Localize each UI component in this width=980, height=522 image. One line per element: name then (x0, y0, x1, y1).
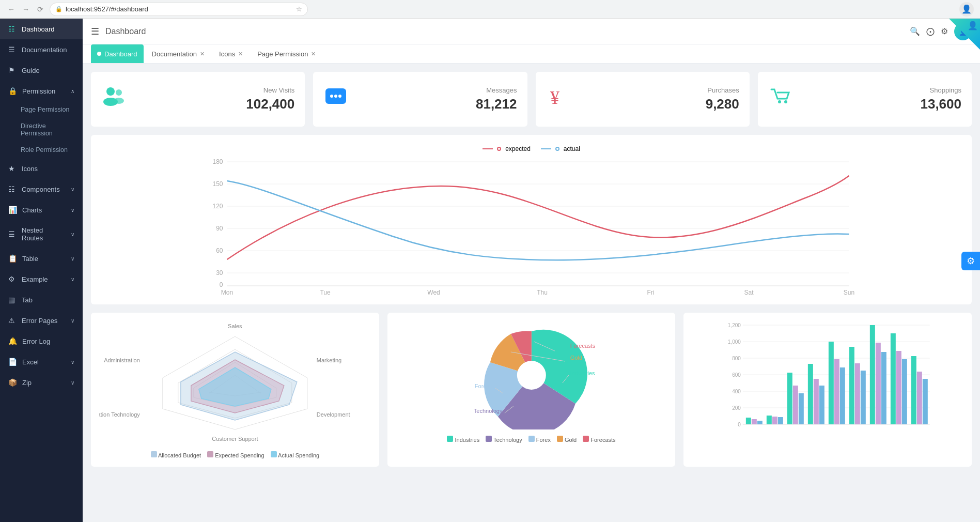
svg-point-0 (106, 87, 115, 96)
sidebar-item-dashboard[interactable]: ☷ Dashboard (0, 19, 83, 39)
sidebar-item-example[interactable]: ⚙ Example ∨ (0, 269, 83, 289)
url-bar[interactable]: 🔒 localhost:9527/#/dashboard ☆ (50, 3, 308, 16)
stat-card-shoppings: Shoppings 13,600 (758, 72, 972, 127)
components-icon: ☷ (8, 185, 17, 193)
svg-text:600: 600 (732, 372, 741, 378)
svg-rect-80 (814, 379, 819, 424)
sidebar-item-documentation[interactable]: ☰ Documentation (0, 39, 83, 60)
sidebar-item-charts[interactable]: 📊 Charts ∨ (0, 199, 83, 220)
svg-text:0: 0 (738, 422, 741, 427)
svg-text:200: 200 (732, 405, 741, 411)
stat-card-messages: Messages 81,212 (313, 72, 527, 127)
guide-icon: ⚑ (8, 66, 17, 74)
pie-legend-industries: Industries (447, 436, 479, 443)
error-log-icon: 🔔 (8, 337, 17, 345)
svg-rect-96 (923, 379, 928, 424)
new-visits-label: New Visits (134, 86, 294, 94)
lock-icon: 🔒 (55, 6, 63, 12)
back-button[interactable]: ← (6, 4, 17, 14)
components-arrow: ∨ (71, 187, 74, 192)
tab-icon: ▦ (8, 296, 17, 304)
sidebar-item-permission[interactable]: 🔒 Permission ∧ (0, 81, 83, 101)
stat-cards: New Visits 102,400 Messages (91, 72, 972, 127)
error-pages-arrow: ∨ (71, 318, 74, 324)
svg-rect-74 (772, 417, 777, 424)
sidebar-item-error-log[interactable]: 🔔 Error Log (0, 331, 83, 351)
tab-dashboard[interactable]: Dashboard (91, 44, 144, 63)
svg-rect-83 (834, 359, 839, 424)
content-area: New Visits 102,400 Messages (83, 64, 980, 522)
svg-rect-81 (819, 386, 825, 424)
svg-text:Development: Development (317, 411, 350, 418)
svg-text:180: 180 (212, 158, 223, 165)
pie-legend-forex: Forex (528, 436, 551, 443)
radar-legend-allocated: Allocated Budget (151, 451, 201, 458)
menu-icon[interactable]: ☰ (91, 26, 99, 37)
svg-rect-87 (861, 371, 866, 424)
svg-text:800: 800 (732, 356, 741, 361)
svg-text:Wed: Wed (427, 289, 440, 296)
svg-text:Customer Support: Customer Support (212, 436, 258, 442)
bar-chart-svg: 1,200 1,000 800 600 400 200 0 (692, 321, 963, 435)
svg-text:90: 90 (216, 225, 223, 232)
svg-text:Forex: Forex (475, 383, 490, 389)
svg-rect-94 (911, 356, 916, 424)
sidebar-item-error-pages[interactable]: ⚠ Error Pages ∨ (0, 310, 83, 331)
tab-close-icons[interactable]: ✕ (238, 51, 243, 57)
svg-text:Gold: Gold (570, 355, 582, 361)
tab-documentation[interactable]: Documentation ✕ (146, 44, 211, 63)
refresh-button[interactable]: ⟳ (35, 4, 45, 14)
tab-page-permission[interactable]: Page Permission ✕ (251, 44, 322, 63)
forward-button[interactable]: → (21, 4, 31, 14)
sidebar-item-page-permission[interactable]: Page Permission (0, 101, 83, 118)
documentation-icon: ☰ (8, 45, 17, 54)
sidebar-item-tab[interactable]: ▦ Tab (0, 289, 83, 310)
sidebar-label-error-pages: Error Pages (22, 317, 57, 325)
svg-point-6 (334, 95, 337, 98)
tab-close-page-permission[interactable]: ✕ (311, 51, 316, 57)
shoppings-label: Shoppings (801, 86, 961, 94)
corner-icon: 👤 (968, 21, 978, 30)
permission-icon: 🔒 (8, 87, 17, 95)
sidebar-item-table[interactable]: 📋 Table ∨ (0, 248, 83, 269)
sidebar-item-role-permission[interactable]: Role Permission (0, 142, 83, 158)
svg-rect-71 (752, 419, 757, 424)
messages-icon (323, 84, 348, 114)
browser-user-icon[interactable]: 👤 (959, 2, 974, 17)
search-icon[interactable]: 🔍 (910, 26, 920, 36)
radar-legend-actual: Actual Spending (271, 451, 320, 458)
svg-rect-88 (870, 325, 875, 424)
sidebar-item-nested-routes[interactable]: ☰ Nested Routes ∨ (0, 220, 83, 248)
tab-icons[interactable]: Icons ✕ (213, 44, 249, 63)
sidebar-item-excel[interactable]: 📄 Excel ∨ (0, 351, 83, 372)
sidebar-item-icons[interactable]: ★ Icons (0, 158, 83, 179)
svg-point-2 (116, 89, 122, 96)
legend-expected-label: expected (505, 145, 531, 152)
purchases-icon: ¥ (546, 84, 571, 114)
stat-card-purchases: ¥ Purchases 9,280 (536, 72, 750, 127)
purchases-label: Purchases (579, 86, 739, 94)
svg-point-7 (338, 95, 341, 98)
gear-float-button[interactable]: ⚙ (961, 252, 980, 270)
sidebar-label-components: Components (22, 186, 60, 193)
gear-float-icon: ⚙ (967, 255, 975, 267)
zip-arrow: ∨ (71, 380, 74, 386)
new-visits-value: 102,400 (134, 96, 294, 112)
line-chart-svg: 180 150 120 90 60 30 0 (101, 158, 961, 292)
fullscreen-icon[interactable]: ⨀ (926, 26, 935, 36)
sidebar-label-zip: Zip (22, 379, 32, 387)
settings-icon[interactable]: ⚙ (941, 26, 948, 36)
svg-text:Technology: Technology (474, 408, 503, 414)
sidebar-item-directive-permission[interactable]: Directive Permission (0, 118, 83, 142)
pie-legend-gold: Gold (557, 436, 577, 443)
svg-text:Tue: Tue (320, 289, 331, 296)
sidebar-item-guide[interactable]: ⚑ Guide (0, 60, 83, 81)
tab-close-documentation[interactable]: ✕ (200, 51, 205, 57)
svg-text:Thu: Thu (537, 289, 548, 296)
sidebar-item-components[interactable]: ☷ Components ∨ (0, 179, 83, 199)
sidebar-item-zip[interactable]: 📦 Zip ∨ (0, 372, 83, 393)
example-arrow: ∨ (71, 277, 74, 282)
sidebar-label-icons: Icons (22, 165, 38, 173)
dashboard-icon: ☷ (8, 25, 17, 33)
chart-legend: expected actual (101, 145, 961, 152)
